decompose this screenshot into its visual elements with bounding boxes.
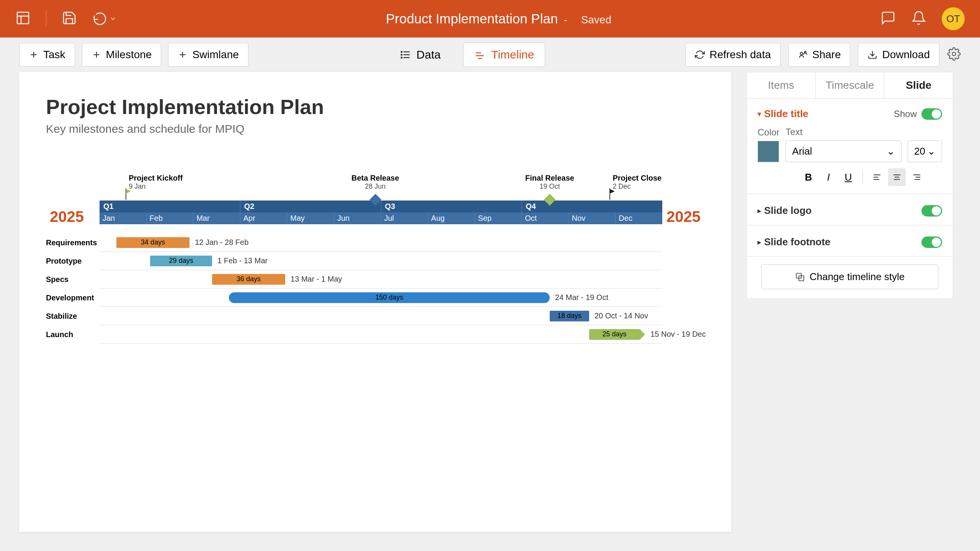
milestone-date: 19 Oct (525, 183, 574, 191)
quarter-cell: Q4 (521, 201, 662, 212)
task-row[interactable]: Development 150 days 24 Mar - 19 Oct (46, 289, 704, 307)
task-name: Requirements (46, 238, 100, 247)
task-name: Specs (46, 275, 100, 284)
refresh-data-button[interactable]: Refresh data (685, 43, 780, 67)
show-label: Show (894, 109, 917, 119)
share-button[interactable]: Share (788, 43, 851, 67)
svg-point-11 (401, 54, 402, 55)
task-bar[interactable]: 29 days (150, 256, 212, 266)
svg-point-10 (401, 51, 402, 52)
download-label: Download (882, 49, 930, 61)
add-swimlane-button[interactable]: Swimlane (168, 43, 248, 67)
milestone-name: Beta Release (351, 174, 399, 183)
avatar[interactable]: OT (942, 7, 965, 30)
milestone-date: 28 Jun (351, 183, 399, 191)
comment-icon[interactable] (880, 10, 896, 27)
month-cell: Jan (100, 212, 146, 224)
toggle-slide-logo[interactable] (921, 205, 942, 217)
milestone[interactable]: Project Close2 Dec (612, 174, 662, 191)
section-slide-title[interactable]: Slide title (758, 108, 808, 120)
share-label: Share (812, 49, 841, 61)
task-bar[interactable]: 34 days (116, 237, 189, 248)
toggle-slide-footnote[interactable] (921, 236, 942, 248)
month-cell: May (287, 212, 334, 224)
task-bar[interactable]: 150 days (229, 292, 550, 303)
align-center-button[interactable] (888, 168, 906, 186)
task-bar[interactable]: 25 days (589, 329, 640, 340)
toggle-slide-title[interactable] (921, 108, 942, 120)
add-milestone-button[interactable]: Milestone (82, 43, 162, 67)
task-dates: 12 Jan - 28 Feb (195, 238, 248, 247)
task-name: Development (46, 293, 100, 302)
task-row[interactable]: Requirements 34 days 12 Jan - 28 Feb (46, 233, 704, 252)
save-icon[interactable] (62, 10, 77, 27)
title-color-swatch[interactable] (758, 141, 779, 162)
task-bar[interactable]: 18 days (550, 311, 589, 321)
task-bar[interactable]: 36 days (212, 274, 285, 285)
month-cell: Apr (240, 212, 287, 224)
divider (46, 11, 46, 26)
task-label: Task (43, 49, 65, 61)
quarter-cell: Q1 (100, 201, 240, 212)
task-row[interactable]: Launch 25 days .task-bar.arrow-end::afte… (46, 325, 704, 344)
task-dates: 24 Mar - 19 Oct (555, 293, 608, 302)
underline-button[interactable]: U (840, 168, 857, 186)
task-name: Stabilize (46, 312, 100, 321)
slide-canvas[interactable]: Project Implementation Plan Key mileston… (19, 72, 731, 532)
download-button[interactable]: Download (858, 43, 939, 67)
chevron-down-icon: ⌄ (887, 145, 895, 157)
slide-subtitle: Key milestones and schedule for MPIQ (46, 122, 704, 135)
milestone[interactable]: Final Release19 Oct (525, 174, 574, 191)
document-title: Product Implementation Plan (386, 11, 558, 26)
align-left-button[interactable] (868, 168, 886, 186)
section-slide-logo[interactable]: Slide logo (758, 205, 812, 217)
bell-icon[interactable] (911, 10, 926, 27)
add-task-button[interactable]: Task (19, 43, 75, 67)
milestone-date: 2 Dec (612, 183, 662, 191)
tab-timescale[interactable]: Timescale (816, 72, 885, 98)
tab-items[interactable]: Items (747, 72, 816, 98)
task-row[interactable]: Prototype 29 days 1 Feb - 13 Mar (46, 252, 704, 270)
svg-point-12 (401, 57, 402, 58)
task-dates: 20 Oct - 14 Nov (595, 311, 648, 320)
svg-point-18 (952, 52, 956, 56)
section-slide-footnote[interactable]: Slide footnote (758, 236, 830, 248)
month-cell: Nov (568, 212, 616, 224)
undo-icon[interactable] (92, 11, 117, 26)
milestone-date: 9 Jan (129, 183, 183, 191)
task-name: Launch (46, 330, 100, 339)
dash: - (564, 14, 567, 26)
task-row[interactable]: Specs 36 days 13 Mar - 1 May (46, 270, 704, 289)
change-timeline-style-button[interactable]: Change timeline style (761, 264, 938, 289)
flag-icon (125, 188, 132, 201)
month-cell: Sep (475, 212, 522, 224)
swimlane-label: Swimlane (192, 49, 238, 61)
task-dates: 15 Nov - 19 Dec (650, 330, 706, 339)
milestone[interactable]: Beta Release28 Jun (351, 174, 399, 191)
flag-icon (609, 188, 616, 201)
right-panel: Items Timescale Slide Slide title Show C… (746, 72, 953, 299)
font-value: Arial (792, 145, 812, 157)
month-cell: Jul (381, 212, 428, 224)
align-right-button[interactable] (908, 168, 926, 186)
font-size-select[interactable]: 20⌄ (908, 140, 942, 162)
bold-button[interactable]: B (800, 168, 817, 186)
slide-title: Project Implementation Plan (46, 95, 704, 119)
tab-slide[interactable]: Slide (884, 72, 953, 98)
chevron-down-icon: ⌄ (927, 145, 936, 157)
svg-rect-0 (17, 12, 29, 24)
font-select[interactable]: Arial⌄ (786, 140, 902, 162)
italic-button[interactable]: I (820, 168, 837, 186)
task-name: Prototype (46, 257, 100, 266)
save-status: Saved (581, 14, 611, 26)
quarter-cell: Q2 (240, 201, 381, 212)
milestone[interactable]: Project Kickoff9 Jan (129, 174, 183, 191)
timeline-view-button[interactable]: Timeline (463, 42, 545, 67)
task-row[interactable]: Stabilize 18 days 20 Oct - 14 Nov (46, 307, 704, 325)
change-style-label: Change timeline style (810, 271, 905, 283)
settings-icon[interactable] (947, 47, 961, 62)
data-view-button[interactable]: Data (389, 42, 452, 67)
year-right: 2025 (666, 208, 701, 225)
layout-icon[interactable] (15, 10, 31, 27)
milestone-name: Project Close (612, 174, 662, 183)
